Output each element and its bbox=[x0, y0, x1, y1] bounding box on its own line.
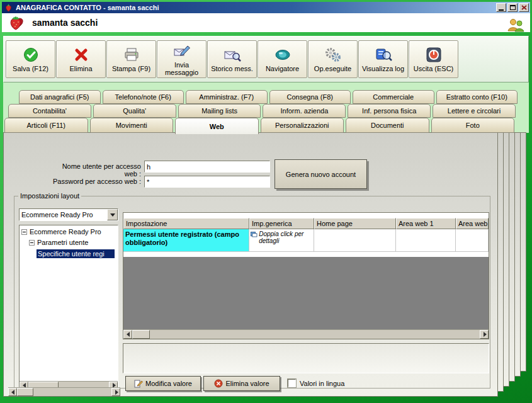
layout-tree: Ecommerce Ready Pro Parametri utente Spe… bbox=[19, 225, 118, 390]
message-history-icon bbox=[224, 46, 241, 64]
scroll-thumb[interactable] bbox=[17, 388, 33, 396]
settings-grid: Impostazione Imp.generica Home page Area… bbox=[123, 212, 489, 339]
people-icon bbox=[506, 17, 525, 33]
button-label: Invia messaggio bbox=[157, 61, 206, 76]
tree-item-label: Parametri utente bbox=[37, 239, 88, 246]
close-button[interactable] bbox=[519, 3, 529, 12]
operations-button[interactable]: Op.eseguite bbox=[308, 40, 358, 78]
grid-header-row: Impostazione Imp.generica Home page Area… bbox=[123, 218, 489, 229]
scroll-thumb[interactable] bbox=[132, 330, 150, 339]
button-label: Navigatore bbox=[266, 65, 299, 72]
gears-icon bbox=[324, 46, 342, 64]
tab-lettere-circolari[interactable]: Lettere e circolari bbox=[433, 104, 516, 118]
button-label: Visualizza log bbox=[362, 65, 404, 72]
panel-hscrollbar[interactable] bbox=[8, 387, 120, 396]
printer-icon bbox=[123, 46, 140, 64]
tab-dati-anagrafici[interactable]: Dati anagrafici (F5) bbox=[19, 90, 101, 104]
password-input[interactable] bbox=[144, 176, 270, 188]
send-message-button[interactable]: Invia messaggio bbox=[157, 40, 207, 78]
tree-collapse-icon[interactable] bbox=[29, 240, 35, 246]
tab-inf-persona-fisica[interactable]: Inf. persona fisica bbox=[348, 104, 431, 118]
scroll-right-arrow[interactable] bbox=[480, 330, 489, 339]
print-button[interactable]: Stampa (F9) bbox=[106, 40, 156, 78]
tab-amministraz[interactable]: Amministraz. (F7) bbox=[186, 90, 268, 104]
scroll-track[interactable] bbox=[33, 388, 111, 396]
column-header-impostazione[interactable]: Impostazione bbox=[123, 218, 249, 229]
titlebar[interactable]: ANAGRAFICA CONTATTO - samanta sacchi bbox=[2, 2, 530, 13]
button-label: Modifica valore bbox=[145, 380, 192, 387]
edit-pencil-icon bbox=[134, 379, 143, 388]
exit-button[interactable]: Uscita (ESC) bbox=[409, 40, 458, 78]
cell-home-page[interactable] bbox=[314, 229, 396, 252]
scroll-left-arrow[interactable] bbox=[8, 388, 17, 396]
column-header-imp-generica[interactable]: Imp.generica bbox=[249, 218, 314, 229]
button-label: Stampa (F9) bbox=[112, 65, 150, 72]
view-log-button[interactable]: Visualizza log bbox=[358, 40, 408, 78]
tab-consegna[interactable]: Consegna (F8) bbox=[269, 90, 351, 104]
column-header-area-web-1[interactable]: Area web 1 bbox=[396, 218, 456, 229]
minimize-button[interactable] bbox=[496, 3, 506, 12]
generate-account-button[interactable]: Genera nuovo account bbox=[274, 159, 367, 189]
cell-hint-text: Doppia click per dettagli bbox=[259, 230, 312, 250]
layout-settings-legend: Impostazioni layout bbox=[18, 192, 81, 200]
modify-value-button[interactable]: Modifica valore bbox=[125, 376, 201, 391]
scroll-right-arrow[interactable] bbox=[111, 388, 120, 396]
minimize-icon bbox=[499, 9, 504, 11]
tab-web[interactable]: Web bbox=[175, 118, 259, 134]
scroll-left-arrow[interactable] bbox=[123, 330, 132, 339]
main-toolbar: Salva (F12) Elimina Stampa (F9) Invia me… bbox=[3, 36, 529, 82]
grid-hscrollbar[interactable] bbox=[123, 329, 489, 339]
tree-item-root[interactable]: Ecommerce Ready Pro bbox=[21, 228, 101, 236]
grid-row-permessi: Permessi utente registrato (campo obblig… bbox=[123, 229, 489, 252]
grid-empty-area bbox=[123, 257, 489, 329]
tab-articoli[interactable]: Articoli (F11) bbox=[4, 118, 88, 133]
username-label: Nome utente per accesso web : bbox=[48, 162, 141, 178]
layout-dropdown[interactable]: Ecommerce Ready Pro bbox=[19, 208, 118, 221]
tree-collapse-icon[interactable] bbox=[21, 229, 27, 235]
username-input[interactable] bbox=[144, 161, 270, 173]
window-title: ANAGRAFICA CONTATTO - samanta sacchi bbox=[16, 4, 495, 11]
tab-foto[interactable]: Foto bbox=[431, 118, 515, 133]
button-label: Uscita (ESC) bbox=[414, 65, 454, 72]
navigator-button[interactable]: Navigatore bbox=[258, 40, 307, 78]
column-header-home-page[interactable]: Home page bbox=[314, 218, 396, 229]
save-button[interactable]: Salva (F12) bbox=[6, 40, 55, 78]
cell-impostazione[interactable]: Permessi utente registrato (campo obblig… bbox=[123, 229, 249, 252]
tab-row-3: Articoli (F11) Movimenti Web Personalizz… bbox=[4, 118, 516, 133]
grid-top-strip bbox=[123, 213, 489, 218]
tab-telefono-note[interactable]: Telefono/note (F6) bbox=[103, 90, 184, 104]
dropdown-button[interactable] bbox=[107, 209, 118, 220]
contact-header: samanta sacchi bbox=[2, 13, 530, 32]
tab-estratto-conto[interactable]: Estratto conto (F10) bbox=[436, 90, 518, 104]
tree-item-specifiche-utente[interactable]: Specifiche utente regi bbox=[37, 249, 115, 258]
tab-movimenti[interactable]: Movimenti bbox=[90, 118, 174, 133]
delete-value-button[interactable]: Elimina valore bbox=[203, 376, 280, 391]
tab-mailing-lists[interactable]: Mailing lists bbox=[178, 104, 261, 118]
tree-item-parametri-utente[interactable]: Parametri utente bbox=[29, 239, 88, 246]
layout-settings-group: Impostazioni layout Ecommerce Ready Pro … bbox=[14, 192, 490, 389]
tree-item-label-selected: Specifiche utente regi bbox=[37, 249, 115, 258]
button-label: Op.eseguite bbox=[314, 65, 351, 72]
maximize-button[interactable] bbox=[507, 3, 518, 12]
contact-name: samanta sacchi bbox=[32, 18, 506, 28]
navigator-icon bbox=[274, 46, 291, 64]
tab-row-2: Contabilita' Qualita' Mailing lists Info… bbox=[8, 104, 518, 118]
tab-personalizzazioni[interactable]: Personalizzazioni bbox=[261, 118, 344, 133]
cell-area-web-1[interactable] bbox=[396, 229, 456, 252]
tab-contabilita[interactable]: Contabilita' bbox=[8, 104, 91, 118]
tab-documenti[interactable]: Documenti bbox=[346, 118, 429, 133]
tab-commerciale[interactable]: Commerciale bbox=[353, 90, 434, 104]
cell-area-web[interactable] bbox=[456, 229, 489, 252]
message-history-button[interactable]: Storico mess. bbox=[207, 40, 257, 78]
grid-empty-row bbox=[123, 252, 489, 257]
tab-strip: Dati anagrafici (F5) Telefono/note (F6) … bbox=[3, 82, 529, 133]
column-header-area-web[interactable]: Area web bbox=[456, 218, 489, 229]
tab-inform-azienda[interactable]: Inform. azienda bbox=[263, 104, 346, 118]
delete-x-icon bbox=[73, 46, 89, 64]
cell-imp-generica[interactable]: Doppia click per dettagli bbox=[249, 229, 314, 252]
scroll-track[interactable] bbox=[150, 330, 480, 339]
values-in-language-checkbox[interactable] bbox=[288, 379, 296, 387]
delete-button[interactable]: Elimina bbox=[56, 40, 106, 78]
tab-qualita[interactable]: Qualita' bbox=[93, 104, 176, 118]
button-label: Salva (F12) bbox=[13, 65, 48, 72]
